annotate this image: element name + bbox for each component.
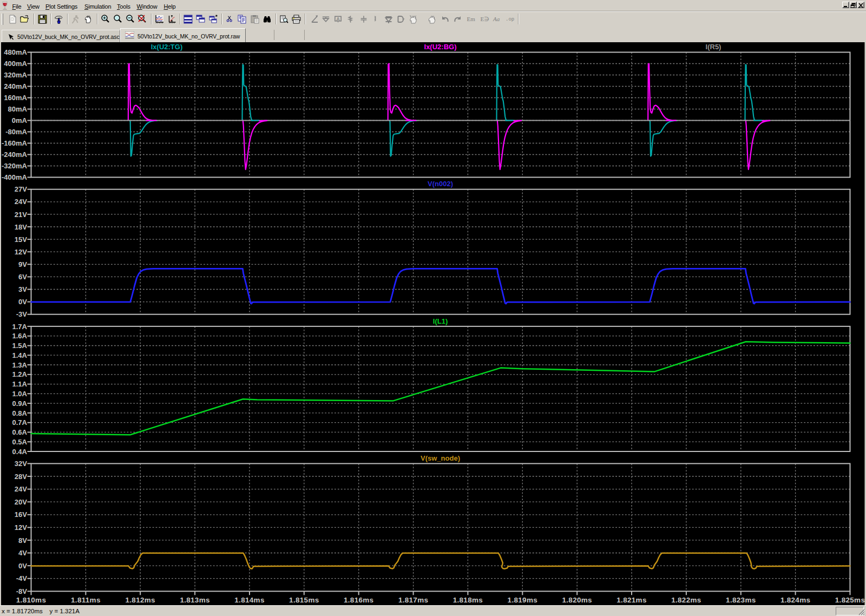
svg-text:480mA: 480mA	[4, 48, 27, 56]
svg-text:0mA: 0mA	[12, 116, 28, 124]
svg-text:20V: 20V	[15, 498, 27, 506]
svg-text:6V: 6V	[18, 273, 27, 281]
svg-text:-400mA: -400mA	[2, 173, 28, 181]
svg-text:1.818ms: 1.818ms	[453, 596, 483, 604]
svg-text:18V: 18V	[15, 223, 27, 231]
svg-text:1.4A: 1.4A	[12, 351, 28, 359]
svg-text:1.0A: 1.0A	[12, 390, 28, 398]
svg-text:1.816ms: 1.816ms	[344, 596, 373, 604]
svg-text:-160mA: -160mA	[2, 139, 28, 147]
svg-text:12V: 12V	[15, 248, 27, 256]
svg-text:-320mA: -320mA	[2, 162, 28, 170]
svg-text:1.815ms: 1.815ms	[289, 596, 319, 604]
svg-text:0.8A: 0.8A	[12, 409, 28, 417]
svg-text:0V: 0V	[18, 562, 27, 570]
svg-text:3V: 3V	[18, 285, 27, 293]
svg-text:27V: 27V	[15, 185, 27, 193]
svg-text:1.1A: 1.1A	[12, 380, 28, 388]
svg-text:V(n002): V(n002)	[428, 180, 453, 188]
svg-text:32V: 32V	[15, 460, 27, 468]
svg-text:1.817ms: 1.817ms	[398, 596, 428, 604]
svg-text:1.5A: 1.5A	[12, 342, 28, 350]
svg-text:-8V: -8V	[16, 587, 28, 595]
svg-text:16V: 16V	[15, 510, 27, 519]
svg-text:-3V: -3V	[16, 310, 28, 318]
svg-text:320mA: 320mA	[4, 71, 27, 79]
svg-text:1.822ms: 1.822ms	[671, 596, 701, 604]
svg-text:1.810ms: 1.810ms	[16, 596, 46, 604]
svg-text:Ix(U2:TG): Ix(U2:TG)	[151, 43, 183, 51]
svg-text:1.3A: 1.3A	[12, 361, 28, 369]
svg-text:1.811ms: 1.811ms	[71, 596, 101, 604]
svg-text:-4V: -4V	[16, 574, 28, 582]
svg-text:240mA: 240mA	[4, 82, 27, 90]
svg-text:28V: 28V	[15, 473, 27, 481]
svg-text:8V: 8V	[18, 536, 27, 545]
svg-text:1.813ms: 1.813ms	[180, 596, 209, 604]
svg-text:1.812ms: 1.812ms	[125, 596, 155, 604]
svg-text:1.819ms: 1.819ms	[508, 596, 537, 604]
svg-text:0.5A: 0.5A	[12, 438, 28, 446]
svg-text:Ix(U2:BG): Ix(U2:BG)	[424, 43, 457, 51]
svg-text:-240mA: -240mA	[2, 150, 28, 159]
svg-text:1.821ms: 1.821ms	[616, 596, 646, 604]
svg-text:160mA: 160mA	[4, 94, 27, 102]
svg-text:0.6A: 0.6A	[12, 428, 28, 436]
svg-text:1.820ms: 1.820ms	[562, 596, 592, 604]
svg-text:0.7A: 0.7A	[12, 418, 28, 427]
svg-text:24V: 24V	[15, 198, 27, 206]
svg-text:1.825ms: 1.825ms	[835, 596, 865, 604]
svg-text:12V: 12V	[15, 523, 27, 532]
svg-text:15V: 15V	[15, 235, 27, 244]
svg-text:1.2A: 1.2A	[12, 370, 28, 378]
svg-text:21V: 21V	[15, 211, 27, 219]
svg-text:1.814ms: 1.814ms	[234, 596, 264, 604]
svg-text:I(R5): I(R5)	[706, 43, 721, 51]
svg-text:24V: 24V	[15, 485, 27, 493]
svg-text:0V: 0V	[18, 298, 27, 306]
svg-text:80mA: 80mA	[8, 105, 28, 113]
svg-text:9V: 9V	[18, 260, 27, 268]
svg-text:0.9A: 0.9A	[12, 399, 28, 408]
svg-text:-80mA: -80mA	[5, 128, 27, 136]
svg-text:1.7A: 1.7A	[12, 323, 28, 331]
svg-text:V(sw_node): V(sw_node)	[421, 454, 460, 462]
svg-text:1.823ms: 1.823ms	[726, 596, 756, 604]
svg-text:1.6A: 1.6A	[12, 332, 28, 340]
svg-text:I(L1): I(L1)	[433, 317, 448, 325]
svg-text:0.4A: 0.4A	[12, 448, 28, 456]
svg-text:4V: 4V	[18, 549, 27, 557]
svg-text:1.824ms: 1.824ms	[780, 596, 810, 604]
svg-text:400mA: 400mA	[4, 60, 27, 68]
